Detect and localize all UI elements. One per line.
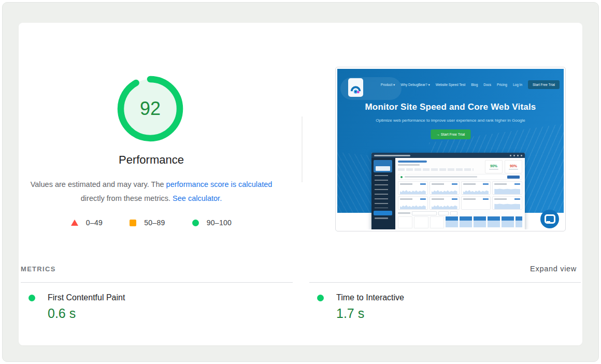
legend-item-pass: 90–100: [192, 219, 232, 227]
metric-status-dot-icon: [28, 295, 35, 301]
thumb-navbar: Product ▾ Why DebugBear? ▾ Website Speed…: [394, 80, 560, 89]
metric-tti: Time to Interactive 1.7 s: [309, 282, 581, 321]
score-badge-red: 90%: [505, 160, 522, 173]
metric-mini-card: [398, 196, 428, 210]
column-divider: [302, 117, 303, 182]
expand-view-link[interactable]: Expand view: [530, 265, 577, 273]
dash-sidebar-footer-skeleton: [375, 217, 388, 219]
arrow-right-icon: →: [436, 133, 440, 136]
metric-fcp: First Contentful Paint 0.6 s: [21, 282, 293, 321]
link-performance-score-calculated[interactable]: performance score is calculated: [166, 180, 273, 188]
page-thumbnail-inner: Product ▾ Why DebugBear? ▾ Website Speed…: [337, 69, 564, 229]
filmstrip-thumbnails: [446, 216, 522, 229]
dash-menu-skeleton: [375, 175, 388, 208]
performance-gauge[interactable]: 92: [117, 75, 184, 142]
legend-item-fail: 0–49: [71, 219, 103, 227]
metrics-heading: METRICS: [21, 265, 56, 273]
legend-label: 50–89: [144, 219, 165, 227]
metric-name: Time to Interactive: [336, 293, 404, 302]
nav-item-login: Log In: [513, 83, 522, 86]
notice-button-skeleton: [507, 176, 520, 179]
square-icon: [130, 220, 136, 226]
report-frame: 92 Performance Values are estimated and …: [2, 2, 599, 362]
hero-subtitle: Optimize web performance to improve user…: [337, 118, 564, 123]
page-thumbnail: Product ▾ Why DebugBear? ▾ Website Speed…: [335, 67, 566, 231]
metric-mini-card: [430, 196, 460, 210]
dash-site-preview: [374, 160, 392, 172]
dash-filter-chips-skeleton: [398, 168, 474, 171]
score-badge-green: 90%: [485, 160, 503, 173]
nav-item-speed-test: Website Speed Test: [436, 83, 466, 86]
metric-mini-card: [492, 196, 522, 210]
score-value: 92: [117, 75, 184, 142]
mini-dashboard: 90% 90%: [371, 153, 525, 229]
legend-label: 0–49: [86, 219, 103, 227]
score-legend: 0–49 50–89 90–100: [19, 219, 284, 227]
metric-mini-card: [398, 181, 428, 195]
dash-bottom-row: [398, 216, 522, 228]
performance-title: Performance: [19, 153, 284, 167]
metric-value: 1.7 s: [336, 306, 581, 321]
dash-sidebar: [371, 158, 395, 229]
nav-item-product: Product ▾: [381, 83, 395, 87]
dash-sidebar-button: [374, 211, 392, 215]
metric-value: 0.6 s: [48, 306, 293, 321]
hero-start-trial-button: → Start Free Trial: [431, 129, 470, 139]
circle-icon: [192, 220, 199, 226]
site-logo-icon: [348, 78, 363, 97]
nav-item-pricing: Pricing: [497, 83, 507, 86]
notice-text-skeleton: [405, 176, 477, 178]
metric-mini-card: [430, 181, 460, 195]
metric-name: First Contentful Paint: [48, 293, 125, 302]
nav-item-blog: Blog: [471, 83, 478, 86]
chart-panel-skeleton: [398, 216, 412, 228]
metric-mini-card: [461, 196, 491, 210]
hero-title: Monitor Site Speed and Core Web Vitals: [337, 102, 564, 112]
description-text-2: directly from these metrics.: [81, 194, 173, 202]
chart-panel-skeleton: [414, 216, 428, 228]
chat-bubble-icon: [540, 210, 559, 228]
dash-body: 90% 90%: [371, 158, 525, 229]
metric-status-dot-icon: [317, 295, 324, 301]
metric-mini-card: [492, 181, 522, 195]
chart-panel-skeleton: [430, 216, 445, 228]
dash-url-skeleton: [398, 164, 420, 166]
performance-report-card: 92 Performance Values are estimated and …: [19, 23, 582, 345]
dash-title-skeleton: [398, 161, 427, 163]
legend-item-average: 50–89: [130, 219, 165, 227]
dash-controls-row: [398, 211, 522, 215]
status-dot-icon: [400, 176, 403, 178]
score-description: Values are estimated and may vary. The p…: [27, 178, 276, 206]
nav-item-docs: Docs: [483, 83, 491, 86]
description-text-1: Values are estimated and may vary. The: [31, 180, 166, 188]
triangle-icon: [71, 220, 78, 226]
dash-breadcrumb-skeleton: [374, 155, 410, 156]
dash-header: 90% 90%: [398, 160, 522, 172]
logo-glyph: [350, 84, 361, 95]
dash-topbar-icons: [510, 155, 522, 156]
dash-topbar: [371, 153, 525, 158]
dash-main: 90% 90%: [395, 158, 525, 229]
dash-score-badges: 90% 90%: [485, 160, 522, 172]
nav-start-trial-button: Start Free Trial: [528, 80, 560, 89]
dash-notice-bar: [398, 174, 522, 180]
link-see-calculator[interactable]: See calculator.: [173, 194, 222, 202]
metric-mini-card: [461, 181, 491, 195]
dash-header-text: [398, 160, 474, 172]
dash-metric-cards: [398, 181, 522, 210]
nav-item-why: Why DebugBear? ▾: [400, 83, 430, 87]
legend-label: 90–100: [207, 219, 232, 227]
